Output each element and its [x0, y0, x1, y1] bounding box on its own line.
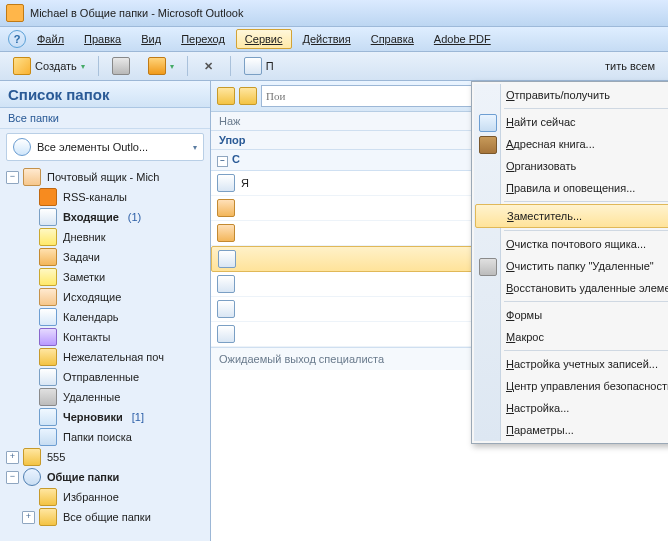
search-icon — [39, 428, 57, 446]
tree-item[interactable]: Папки поиска — [0, 427, 210, 447]
tree-item[interactable]: −Общие папки — [0, 467, 210, 487]
tree-item[interactable]: Исходящие — [0, 287, 210, 307]
menu-actions[interactable]: Действия — [294, 29, 360, 49]
menu-item[interactable]: Формы▶ — [474, 304, 668, 326]
expand-icon[interactable]: − — [6, 471, 19, 484]
app-icon — [6, 4, 24, 22]
reply-all-fragment[interactable]: тить всем — [598, 57, 662, 75]
menu-item[interactable]: Отправить/получить▶ — [474, 84, 668, 106]
menu-item[interactable]: Центр управления безопасностью... — [474, 375, 668, 397]
inbox-icon — [39, 208, 57, 226]
cal-icon — [39, 308, 57, 326]
out-icon — [39, 288, 57, 306]
folder-icon — [217, 87, 235, 105]
delete-icon: ✕ — [201, 58, 217, 74]
delete-button[interactable]: ✕ — [194, 55, 224, 77]
tree-item[interactable]: Дневник — [0, 227, 210, 247]
menu-help[interactable]: Справка — [362, 29, 423, 49]
tree-item[interactable]: +Все общие папки — [0, 507, 210, 527]
menu-tools[interactable]: Сервис — [236, 29, 292, 49]
sent-icon — [39, 368, 57, 386]
tree-root[interactable]: − Почтовый ящик - Mich — [0, 167, 210, 187]
print-button[interactable] — [105, 54, 137, 78]
tree-item[interactable]: Черновики [1] — [0, 407, 210, 427]
journal-icon — [39, 228, 57, 246]
menu-separator — [504, 301, 668, 302]
tree-item[interactable]: Входящие (1) — [0, 207, 210, 227]
new-icon — [13, 57, 31, 75]
menu-view[interactable]: Вид — [132, 29, 170, 49]
reply-button[interactable]: П — [237, 54, 281, 78]
junk-icon — [39, 348, 57, 366]
tree-item[interactable]: Отправленные — [0, 367, 210, 387]
new-label: Создать — [35, 60, 77, 72]
nav-scope-label: Все элементы Outlo... — [37, 141, 148, 153]
toolbar: Создать ▾ ▾ ✕ П тить всем — [0, 52, 668, 81]
menu-item[interactable]: Адресная книга...Ctrl+Shift+B — [474, 133, 668, 155]
menu-item[interactable]: Макрос▶ — [474, 326, 668, 348]
menu-bar: ? Файл Правка Вид Переход Сервис Действи… — [0, 27, 668, 52]
person-icon — [217, 199, 235, 217]
nav-scope-dropdown[interactable]: Все элементы Outlo... ▾ — [6, 133, 204, 161]
mail-icon — [218, 250, 236, 268]
menu-item[interactable]: Организовать — [474, 155, 668, 177]
tree-item[interactable]: Избранное — [0, 487, 210, 507]
task-icon — [39, 248, 57, 266]
folder-tree[interactable]: − Почтовый ящик - Mich RSS-каналыВходящи… — [0, 165, 210, 541]
menu-item[interactable]: Заместитель... — [475, 204, 668, 228]
search-icon — [13, 138, 31, 156]
tree-item[interactable]: Календарь — [0, 307, 210, 327]
categorize-button[interactable]: ▾ — [141, 54, 181, 78]
menu-separator — [504, 108, 668, 109]
mail-icon — [217, 275, 235, 293]
tree-item[interactable]: Задачи — [0, 247, 210, 267]
cont-icon — [39, 328, 57, 346]
menu-go[interactable]: Переход — [172, 29, 234, 49]
tree-item[interactable]: +555 — [0, 447, 210, 467]
categorize-icon — [148, 57, 166, 75]
mail-icon — [217, 174, 235, 192]
menu-item[interactable]: Очистка почтового ящика... — [474, 233, 668, 255]
menu-adobe-pdf[interactable]: Adobe PDF — [425, 29, 500, 49]
pf-icon — [23, 468, 41, 486]
mail-icon — [217, 325, 235, 343]
expand-icon[interactable]: + — [6, 451, 19, 464]
menu-item[interactable]: Восстановить удаленные элементы... — [474, 277, 668, 299]
menu-item[interactable]: Найти сейчас — [474, 111, 668, 133]
menu-separator — [504, 350, 668, 351]
trash-icon — [479, 258, 497, 276]
note-icon — [39, 268, 57, 286]
menu-item[interactable]: Очистить папку "Удаленные" — [474, 255, 668, 277]
tools-dropdown-menu: Отправить/получить▶Найти сейчасАдресная … — [471, 81, 668, 444]
tree-item[interactable]: Нежелательная поч — [0, 347, 210, 367]
search-icon — [479, 114, 497, 132]
menu-separator — [504, 201, 668, 202]
help-icon[interactable]: ? — [8, 30, 26, 48]
tree-item[interactable]: Удаленные — [0, 387, 210, 407]
menu-item[interactable]: Настройка учетных записей... — [474, 353, 668, 375]
menu-edit[interactable]: Правка — [75, 29, 130, 49]
window-title: Michael в Общие папки - Microsoft Outloo… — [30, 7, 243, 19]
tree-item[interactable]: Заметки — [0, 267, 210, 287]
menu-item[interactable]: Настройка... — [474, 397, 668, 419]
folder-up-icon — [239, 87, 257, 105]
collapse-icon[interactable]: − — [6, 171, 19, 184]
menu-item[interactable]: Параметры... — [474, 419, 668, 441]
mail-icon — [217, 300, 235, 318]
menu-item[interactable]: Правила и оповещения... — [474, 177, 668, 199]
menu-file[interactable]: Файл — [28, 29, 73, 49]
rss-icon — [39, 188, 57, 206]
folder-icon — [39, 508, 57, 526]
separator — [230, 56, 231, 76]
chevron-down-icon: ▾ — [193, 143, 197, 152]
nav-all-folders[interactable]: Все папки — [0, 108, 210, 129]
reply-frag: П — [266, 60, 274, 72]
separator — [187, 56, 188, 76]
new-button[interactable]: Создать ▾ — [6, 54, 92, 78]
tree-item[interactable]: Контакты — [0, 327, 210, 347]
folder-navigation: Список папок Все папки Все элементы Outl… — [0, 81, 211, 541]
folder-icon — [23, 448, 41, 466]
tree-item[interactable]: RSS-каналы — [0, 187, 210, 207]
book-icon — [479, 136, 497, 154]
expand-icon[interactable]: + — [22, 511, 35, 524]
